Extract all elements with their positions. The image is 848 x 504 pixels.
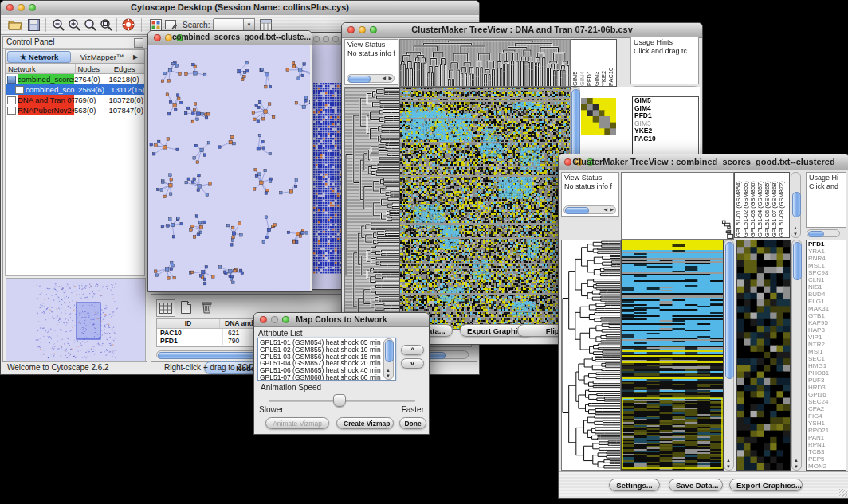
search-dropdown-arrow[interactable]: ▼ bbox=[243, 18, 255, 31]
background-window-titlebar[interactable] bbox=[309, 33, 345, 46]
tv2-gene-label[interactable]: ELG1 bbox=[807, 298, 846, 305]
search-input[interactable] bbox=[213, 18, 245, 31]
zoom-fit-icon[interactable] bbox=[82, 18, 98, 32]
tv2-column-labels[interactable]: GPL51-01 (GSM854)GPL51-02 (GSM855)GPL51-… bbox=[734, 172, 790, 238]
tv2-save-data-button[interactable]: Save Data... bbox=[669, 479, 723, 491]
done-button[interactable]: Done bbox=[399, 417, 426, 429]
tv2-gene-label[interactable]: MAK31 bbox=[807, 305, 846, 312]
zoom-out-icon[interactable] bbox=[50, 18, 66, 32]
tv1-column-label[interactable]: GIM3 bbox=[593, 40, 600, 86]
network-window-titlebar[interactable]: combined_scores_good.txt--cluste... bbox=[148, 31, 312, 45]
tv2-gene-label[interactable]: VIP1 bbox=[807, 334, 846, 341]
tv1-column-label[interactable]: PFD1 bbox=[586, 40, 593, 86]
table-grid-icon[interactable] bbox=[156, 299, 175, 317]
zoom-selected-icon[interactable] bbox=[98, 18, 114, 32]
network-table-row[interactable]: combined_sco2569(6)13112(15) bbox=[6, 84, 144, 95]
tv1-heatmap[interactable] bbox=[399, 87, 571, 330]
tv2-gene-label[interactable]: PFD1 bbox=[807, 240, 846, 248]
tv2-gene-label[interactable]: MON2 bbox=[807, 463, 846, 470]
tv1-column-label[interactable]: YKE2 bbox=[600, 40, 607, 86]
tv2-column-dendrogram[interactable] bbox=[621, 172, 734, 240]
tv1-column-label[interactable]: PAC10 bbox=[607, 40, 614, 86]
col-header-edges[interactable]: Edges bbox=[112, 64, 144, 73]
tv2-column-label[interactable]: GPL51-01 (GSM854) bbox=[735, 173, 742, 237]
tv2-gene-label[interactable]: TCB3 bbox=[807, 448, 846, 455]
main-titlebar[interactable]: Cytoscape Desktop (Session Name: collins… bbox=[1, 1, 479, 16]
tv2-collabels-scrollbar[interactable]: ▲▼ bbox=[791, 172, 801, 238]
tv2-detail-heatmap[interactable] bbox=[736, 240, 791, 471]
tv2-column-label[interactable]: GPL51-03 (GSM856) bbox=[749, 173, 756, 237]
speed-slider-thumb[interactable] bbox=[333, 394, 346, 407]
dense-network-matrix[interactable] bbox=[313, 83, 342, 274]
animate-vizmap-button[interactable]: Animate Vizmap bbox=[265, 417, 329, 429]
tv2-heatmap-vscrollbar[interactable]: ▲▼ bbox=[724, 240, 734, 471]
network-table-row[interactable]: RNAPuberNov2+563(0)107847(0) bbox=[6, 105, 144, 115]
tv2-column-label[interactable]: GPL51-08 (GSM872) bbox=[778, 173, 785, 237]
tv2-gene-label[interactable]: BUD4 bbox=[807, 291, 846, 298]
tv2-gene-label[interactable]: PUF3 bbox=[807, 377, 846, 384]
zoom-button[interactable] bbox=[332, 36, 339, 42]
tv2-gene-label[interactable]: RPN1 bbox=[807, 441, 846, 448]
tv2-column-label[interactable]: GPL51-02 (GSM855) bbox=[742, 173, 749, 237]
tv2-gene-label[interactable]: YRA1 bbox=[807, 248, 846, 255]
close-button[interactable] bbox=[313, 36, 320, 42]
tv2-gene-label[interactable]: HMG1 bbox=[807, 362, 846, 369]
tv2-gene-label[interactable]: NIS1 bbox=[807, 283, 846, 291]
tv2-detail-vscrollbar[interactable]: ▲▼ bbox=[791, 240, 802, 471]
tab-vizmapper[interactable]: VizMapper™ bbox=[71, 53, 133, 61]
tabs-overflow-arrow[interactable]: ▶ bbox=[133, 53, 144, 61]
tv2-gene-list[interactable]: PFD1YRA1RNR4MSL1SPC98CLN1NIS1BUD4ELG1MAK… bbox=[806, 240, 846, 471]
tv2-gene-label[interactable]: PAN1 bbox=[807, 434, 846, 441]
tv2-column-label[interactable]: GPL51-04 (GSM857) bbox=[756, 173, 764, 237]
move-down-button[interactable]: v bbox=[401, 358, 424, 369]
float-panel-icon[interactable] bbox=[134, 38, 143, 48]
tv2-gene-label[interactable]: NTR2 bbox=[807, 341, 846, 348]
tv2-gene-label[interactable]: MSI1 bbox=[807, 348, 846, 355]
tv2-gene-label[interactable]: RPO21 bbox=[807, 427, 846, 434]
treeview2-titlebar[interactable]: ClusterMaker TreeView : combined_scores_… bbox=[559, 154, 848, 170]
attribute-list-scrollbar[interactable]: ▲▼ bbox=[383, 338, 394, 380]
tv2-gene-label[interactable]: HAP3 bbox=[807, 326, 846, 334]
tv1-row-dendrogram[interactable] bbox=[344, 87, 400, 330]
tv2-column-label[interactable]: GPL51-07 (GSM868) bbox=[771, 173, 778, 237]
background-network-canvas[interactable] bbox=[309, 45, 345, 289]
tv1-summary-matrix[interactable] bbox=[581, 98, 616, 135]
tv2-gene-label[interactable]: KAP95 bbox=[807, 319, 846, 326]
tv1-column-dendrogram[interactable] bbox=[399, 39, 571, 87]
tv2-status-scrollbar[interactable]: ◀▶ bbox=[563, 205, 616, 214]
tv2-export-graphics-button[interactable]: Export Graphics... bbox=[729, 479, 803, 491]
tv2-column-label[interactable]: GPL51-06 (GSM865) bbox=[764, 173, 771, 237]
dp-col-id[interactable]: ID bbox=[157, 319, 220, 328]
save-icon[interactable] bbox=[26, 18, 41, 32]
tv2-gene-label[interactable]: CPA2 bbox=[807, 405, 846, 412]
move-up-button[interactable]: ^ bbox=[401, 345, 424, 355]
tv2-gene-label[interactable]: YSH1 bbox=[807, 420, 846, 427]
tv2-heatmap[interactable] bbox=[621, 240, 724, 471]
attribute-list[interactable]: GPL51-01 (GSM854) heat shock 05 minGPL51… bbox=[257, 338, 396, 381]
help-lifering-icon[interactable] bbox=[120, 18, 136, 32]
tv2-gene-label[interactable]: PEP5 bbox=[807, 455, 846, 463]
new-page-icon[interactable] bbox=[177, 299, 194, 315]
tv2-gene-label[interactable]: SEC1 bbox=[807, 355, 846, 362]
col-header-network[interactable]: Network bbox=[6, 64, 76, 73]
dialog-titlebar[interactable]: Map Colors to Network bbox=[254, 313, 429, 327]
network-overview-thumbnail[interactable] bbox=[6, 278, 146, 362]
tv2-gene-label[interactable]: PHO81 bbox=[807, 369, 846, 377]
trash-icon[interactable] bbox=[198, 299, 215, 315]
tv2-gene-label[interactable]: GPI16 bbox=[807, 391, 846, 398]
network-table-row[interactable]: DNA and Tran 07769(0)183728(0) bbox=[6, 95, 144, 105]
tv2-gene-label[interactable]: FIG4 bbox=[807, 412, 846, 420]
network-graph-canvas[interactable] bbox=[148, 45, 310, 291]
tv2-gene-label[interactable]: SEC24 bbox=[807, 398, 846, 405]
tv2-hints-scrollbar[interactable] bbox=[807, 229, 840, 237]
attribute-item[interactable]: GPL51-07 (GSM868) heat shock 60 min bbox=[260, 374, 395, 381]
tv1-column-label[interactable]: GIM4 bbox=[579, 40, 586, 86]
zoom-in-icon[interactable] bbox=[66, 18, 82, 32]
tv2-gene-label[interactable]: MSL1 bbox=[807, 262, 846, 269]
tv2-gene-label[interactable]: GTB1 bbox=[807, 312, 846, 319]
network-table-row[interactable]: combined_scores2764(0)16218(0) bbox=[6, 74, 144, 84]
tv2-gene-label[interactable]: CLN1 bbox=[807, 276, 846, 283]
tv1-column-labels[interactable]: GIM5GIM4PFD1GIM3YKE2PAC10 bbox=[571, 39, 617, 87]
create-vizmap-button[interactable]: Create Vizmap bbox=[336, 417, 394, 429]
tv1-gene-label[interactable]: PAC10 bbox=[633, 135, 698, 143]
